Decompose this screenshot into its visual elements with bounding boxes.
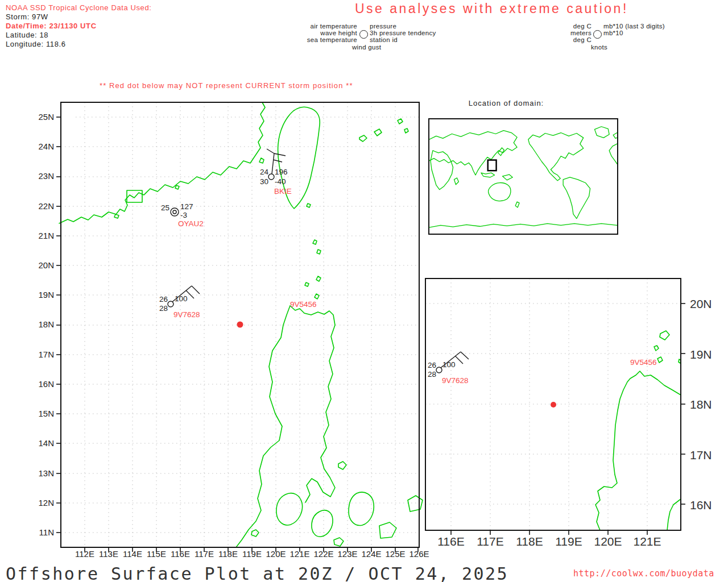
lon-tick-label: 119E [552, 535, 586, 548]
tc-info-latitude: Latitude: 18 [6, 31, 151, 40]
lon-tick-label: 121E [287, 549, 312, 559]
samar-island [349, 492, 374, 525]
pressure-value: 196 [275, 168, 288, 176]
legend-unit-mb10: mb*10 [603, 30, 623, 36]
lon-tick-label: 116E [168, 549, 193, 559]
coastal-islet [175, 185, 179, 189]
lat-tick-label: 13N [30, 468, 54, 478]
greenland-coastline [594, 127, 609, 138]
main-map-ticks [56, 117, 418, 552]
lat-tick-label: 24N [30, 142, 54, 151]
west-africa-edge-coastline [609, 144, 617, 164]
lat-tick-label: 12N [30, 498, 54, 508]
inset-islet-3 [657, 357, 663, 363]
tc-info-block: NOAA SSD Tropical Cyclone Data Used: Sto… [6, 3, 151, 49]
pressure-value: 127 [180, 202, 193, 211]
station-bkie: 24 196 30 -40 BKIE [260, 149, 292, 196]
babuyan-islet-1 [305, 282, 309, 286]
station-circle [436, 367, 442, 373]
world-inset-title: Location of domain: [432, 99, 580, 107]
station-oyau2: 25 127 -3 OYAU2 [161, 202, 204, 228]
legend-station-id: station id [370, 36, 398, 43]
lon-tick-label: 112E [72, 549, 97, 559]
legend-unit-knots: knots [591, 44, 607, 51]
lon-tick-label: 122E [311, 549, 336, 559]
tc-info-longitude: Longitude: 118.6 [6, 40, 151, 49]
legend-pressure: pressure [370, 23, 396, 30]
lon-tick-label: 123E [335, 549, 360, 559]
lon-tick-label: 116E [434, 535, 468, 548]
lat-tick-label: 17N [30, 350, 54, 359]
ryukyu-islet-3 [398, 119, 403, 124]
lon-tick-label: 114E [120, 549, 145, 559]
plot-title: Offshore Surface Plot at 20Z / OCT 24, 2… [6, 564, 508, 582]
pressure-value: 100 [442, 360, 456, 369]
station-model-circle-icon [359, 30, 368, 39]
legend-pressure-tendency: 3h pressure tendency [370, 30, 436, 36]
lat-tick-label: 18N [30, 319, 54, 329]
site-url-link[interactable]: http://coolwx.com/buoydata [573, 568, 714, 579]
station-9v7628: 26 28 100 9V7628 [159, 286, 200, 319]
legend-sea-temperature: sea temperature [245, 36, 357, 43]
inset-storm-position-dot [551, 402, 556, 408]
lat-tick-label: 21N [30, 231, 54, 240]
lat-tick-label: 20N [690, 297, 712, 311]
new-zealand-coastline [515, 202, 519, 207]
ryukyu-islet-1 [359, 135, 367, 142]
lon-tick-label: 120E [591, 535, 625, 548]
visayas-islet-1 [379, 522, 396, 538]
sea-temp-value: 28 [428, 370, 436, 379]
world-map-svg [429, 119, 617, 234]
visayas-islet-4 [251, 530, 259, 537]
station-9v5456-label: 9V5456 [290, 300, 317, 309]
station-circle [168, 301, 173, 307]
lat-tick-label: 20N [30, 260, 54, 270]
air-temp-value: 25 [161, 203, 169, 212]
zoom-inset-map: 26 28 100 9V7628 9V5456 [421, 274, 693, 542]
pressure-tendency-value: -3 [180, 211, 187, 219]
inset-islet-2 [654, 346, 659, 351]
lat-tick-label: 16N [690, 498, 712, 512]
lon-tick-label: 125E [383, 549, 408, 559]
lat-tick-label: 23N [30, 171, 54, 181]
lat-tick-label: 19N [30, 290, 54, 300]
lat-tick-label: 18N [690, 398, 712, 411]
tc-info-datetime: Date/Time: 23/1130 UTC [6, 22, 151, 31]
caution-headline: Use analyses with extreme caution! [355, 1, 628, 16]
africa-coastline [431, 151, 453, 190]
mindoro-island [276, 493, 303, 525]
station-id-label: BKIE [274, 187, 292, 196]
madagascar-coastline [454, 178, 458, 185]
lat-tick-label: 19N [690, 348, 712, 361]
air-temp-value: 26 [428, 361, 436, 369]
lon-tick-label: 124E [359, 549, 384, 559]
sea-temp-value: 30 [260, 177, 268, 186]
ryukyu-islet-2 [374, 129, 382, 136]
lon-tick-label: 120E [263, 549, 288, 559]
domain-rectangle [488, 160, 497, 171]
tc-info-storm: Storm: 97W [6, 13, 151, 22]
storm-position-dot [237, 322, 243, 328]
batanes-islet-3 [316, 276, 321, 281]
babuyan-islet-2 [315, 294, 319, 299]
lat-tick-label: 17N [690, 448, 712, 462]
south-america-coastline [563, 177, 590, 219]
tc-info-title: NOAA SSD Tropical Cyclone Data Used: [6, 3, 151, 13]
air-temp-value: 24 [260, 168, 269, 176]
lon-tick-label: 117E [192, 549, 217, 559]
penghu-islet [259, 158, 264, 163]
pearl-delta-islet [114, 214, 119, 218]
lat-tick-label: 25N [30, 112, 54, 122]
luzon-north-east-coastline [290, 306, 335, 502]
lat-tick-label: 15N [30, 409, 54, 418]
pressure-tendency-value: -40 [275, 177, 286, 186]
hong-kong-box [127, 190, 142, 202]
station-circle [268, 174, 274, 180]
legend-unit-degc-1: deg C [512, 23, 592, 30]
units-model-circle-icon [593, 30, 602, 39]
lon-tick-label: 113E [96, 549, 121, 559]
eurasia-coastline [429, 131, 517, 175]
inset-islet-1 [660, 331, 669, 340]
main-map: 24 196 30 -40 BKIE 25 127 -3 OYAU2 26 28… [56, 98, 426, 559]
lat-tick-label: 14N [30, 438, 54, 448]
